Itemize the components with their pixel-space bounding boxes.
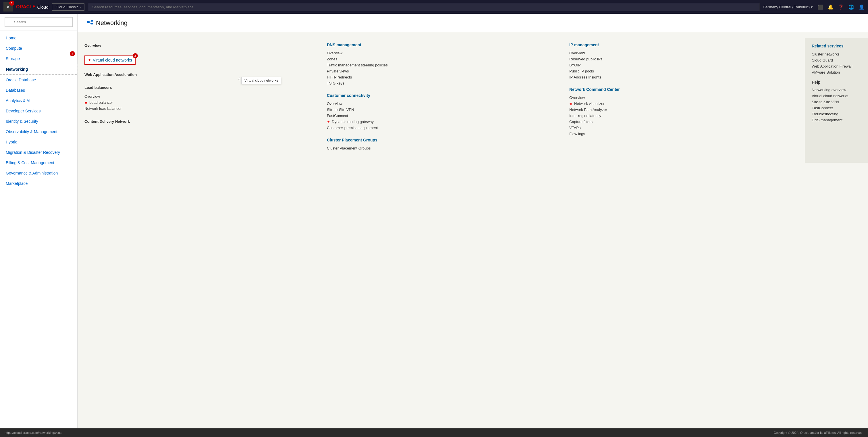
sidebar-item-developer-services[interactable]: Developer Services xyxy=(0,106,77,116)
sidebar-search-input[interactable] xyxy=(5,17,73,27)
cloud-classic-label: Cloud Classic › xyxy=(56,5,81,9)
vcn-item[interactable]: ★ Virtual cloud networks 3 xyxy=(85,56,135,65)
related-cloud-guard[interactable]: Cloud Guard xyxy=(812,57,861,63)
sidebar-item-identity-security[interactable]: Identity & Security xyxy=(0,116,77,126)
help-networking-overview[interactable]: Networking overview xyxy=(812,87,861,93)
sidebar-item-observability[interactable]: Observability & Management xyxy=(0,126,77,137)
related-cluster-networks[interactable]: Cluster networks xyxy=(812,51,861,57)
ncc-visualizer-link[interactable]: ★ Network visualizer xyxy=(569,100,798,107)
sidebar-item-migration[interactable]: Migration & Disaster Recovery xyxy=(0,147,77,157)
load-balancers-link[interactable]: Load balancers xyxy=(85,85,313,91)
monitor-icon[interactable]: ⬛ xyxy=(817,4,823,10)
sidebar-item-storage[interactable]: Storage 2 xyxy=(0,54,77,64)
cluster-placement-title[interactable]: Cluster Placement Groups xyxy=(327,138,556,142)
user-icon[interactable]: 👤 xyxy=(859,4,865,10)
lb-overview-link[interactable]: Overview xyxy=(85,93,313,99)
cc-drg-link[interactable]: ★ Dynamic routing gateway xyxy=(327,119,556,125)
load-balancers-section: Load balancers Overview ★ Load balancer … xyxy=(85,85,313,112)
dns-title[interactable]: DNS management xyxy=(327,42,556,47)
ip-insights-link[interactable]: IP Address Insights xyxy=(569,74,798,80)
lb-network-link[interactable]: Network load balancer xyxy=(85,106,313,112)
ncc-capture-link[interactable]: Capture filters xyxy=(569,119,798,125)
overview-link[interactable]: Overview xyxy=(85,42,313,49)
cc-vpn-link[interactable]: Site-to-Site VPN xyxy=(327,107,556,113)
sidebar-item-hybrid[interactable]: Hybrid xyxy=(0,137,77,147)
sidebar-item-billing[interactable]: Billing & Cost Management xyxy=(0,157,77,168)
close-button[interactable]: ✕ 1 xyxy=(3,2,13,11)
related-vmware[interactable]: VMware Solution xyxy=(812,69,861,75)
ncc-latency-link[interactable]: Inter-region latency xyxy=(569,113,798,119)
bell-icon[interactable]: 🔔 xyxy=(828,4,834,10)
content-area: Networking Overview ★ Virtual cloud netw… xyxy=(78,14,868,428)
help-dns-management[interactable]: DNS management xyxy=(812,117,861,123)
customer-connectivity-section: Customer connectivity Overview Site-to-S… xyxy=(327,93,556,131)
dns-private-views-link[interactable]: Private views xyxy=(327,68,556,74)
sidebar-item-governance[interactable]: Governance & Administration xyxy=(0,168,77,178)
sidebar-item-networking[interactable]: Networking xyxy=(0,64,77,75)
ncc-vtaps-link[interactable]: VTAPs xyxy=(569,125,798,131)
star-icon-ncc: ★ xyxy=(569,102,572,106)
sidebar-item-oracle-database[interactable]: Oracle Database xyxy=(0,75,77,85)
ncc-overview-link[interactable]: Overview xyxy=(569,95,798,100)
ip-byoip-link[interactable]: BYOIP xyxy=(569,62,798,68)
cluster-placement-section: Cluster Placement Groups Cluster Placeme… xyxy=(327,138,556,151)
nav-col-2: DNS management Overview Zones Traffic ma… xyxy=(320,38,562,163)
help-vpn[interactable]: Site-to-Site VPN xyxy=(812,99,861,105)
related-waf[interactable]: Web Application Firewall xyxy=(812,63,861,69)
global-search-input[interactable] xyxy=(88,3,760,11)
help-vcn[interactable]: Virtual cloud networks xyxy=(812,93,861,99)
sidebar-item-marketplace[interactable]: Marketplace xyxy=(0,178,77,188)
dns-http-link[interactable]: HTTP redirects xyxy=(327,74,556,80)
region-selector[interactable]: Germany Central (Frankfurt) ▾ xyxy=(763,5,813,9)
star-icon: ★ xyxy=(88,58,91,62)
question-icon[interactable]: ❓ xyxy=(838,4,844,10)
help-title: Help xyxy=(812,80,861,85)
ip-pools-link[interactable]: Public IP pools xyxy=(569,68,798,74)
oracle-text: ORACLE xyxy=(16,4,36,9)
vcn-tooltip: Virtual cloud networks xyxy=(241,77,281,84)
dns-traffic-link[interactable]: Traffic management steering policies xyxy=(327,62,556,68)
dns-tsig-link[interactable]: TSIG keys xyxy=(327,80,556,86)
help-fastconnect[interactable]: FastConnect xyxy=(812,105,861,111)
customer-connectivity-title[interactable]: Customer connectivity xyxy=(327,93,556,98)
footer-copyright: Copyright © 2024, Oracle and/or its affi… xyxy=(774,431,863,434)
nav-content: Overview ★ Virtual cloud networks 3 Web … xyxy=(78,32,868,169)
cloud-text: Cloud xyxy=(37,5,49,9)
sidebar: 🔍 Home Compute Storage 2 Networking Orac… xyxy=(0,14,78,428)
ip-reserved-link[interactable]: Reserved public IPs xyxy=(569,56,798,62)
help-troubleshooting[interactable]: Troubleshooting xyxy=(812,111,861,117)
cc-cpe-link[interactable]: Customer-premises equipment xyxy=(327,125,556,131)
cc-fastconnect-link[interactable]: FastConnect xyxy=(327,113,556,119)
sidebar-item-databases[interactable]: Databases xyxy=(0,85,77,95)
dns-zones-link[interactable]: Zones xyxy=(327,56,556,62)
chevron-down-icon: ▾ xyxy=(811,5,813,9)
ncc-title[interactable]: Network Command Center xyxy=(569,87,798,92)
dns-overview-link[interactable]: Overview xyxy=(327,50,556,56)
svg-line-4 xyxy=(89,22,91,24)
lb-loadbalancer-link[interactable]: ★ Load balancer xyxy=(85,99,313,106)
footer-url: https://cloud.oracle.com/networking/vcns xyxy=(5,431,61,434)
overview-section: Overview xyxy=(85,42,313,49)
ip-management-title[interactable]: IP management xyxy=(569,42,798,47)
sidebar-item-home[interactable]: Home xyxy=(0,33,77,43)
globe-icon[interactable]: 🌐 xyxy=(848,4,854,10)
footer: https://cloud.oracle.com/networking/vcns… xyxy=(0,428,868,437)
ncc-path-analyzer-link[interactable]: Network Path Analyzer xyxy=(569,107,798,113)
cloud-classic-button[interactable]: Cloud Classic › xyxy=(52,3,85,11)
cdn-link[interactable]: Content Delivery Network xyxy=(85,118,313,124)
cc-overview-link[interactable]: Overview xyxy=(327,100,556,107)
sidebar-item-compute[interactable]: Compute xyxy=(0,43,77,54)
sidebar-nav: Home Compute Storage 2 Networking Oracle… xyxy=(0,30,77,191)
region-label: Germany Central (Frankfurt) xyxy=(763,5,810,9)
cluster-groups-link[interactable]: Cluster Placement Groups xyxy=(327,145,556,151)
ip-overview-link[interactable]: Overview xyxy=(569,50,798,56)
svg-rect-1 xyxy=(91,20,93,22)
web-app-accel-link[interactable]: Web Application Acceleration xyxy=(85,71,313,78)
nav-col-1: Overview ★ Virtual cloud networks 3 Web … xyxy=(78,38,320,163)
sidebar-item-analytics-ai[interactable]: Analytics & AI xyxy=(0,95,77,106)
badge-3: 3 xyxy=(133,53,138,58)
nav-col-4: Related services Cluster networks Cloud … xyxy=(805,38,868,163)
star-icon-lb: ★ xyxy=(85,100,88,105)
ncc-flow-logs-link[interactable]: Flow logs xyxy=(569,131,798,137)
vcn-section: ★ Virtual cloud networks 3 xyxy=(85,56,313,65)
